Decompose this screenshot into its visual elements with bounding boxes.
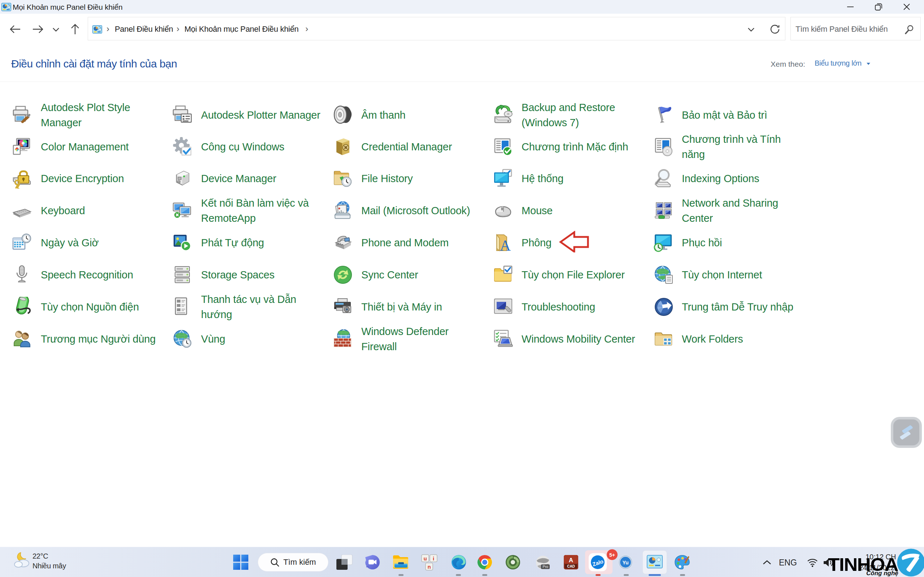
svg-text:n: n — [427, 564, 431, 570]
svg-text:i: i — [433, 555, 434, 561]
svg-text:A: A — [500, 237, 511, 253]
svg-text:CAD: CAD — [567, 564, 575, 568]
svg-text:u: u — [423, 555, 426, 561]
svg-text:5+: 5+ — [609, 552, 615, 558]
svg-text:Yu: Yu — [622, 560, 628, 566]
svg-text:Pro: Pro — [543, 565, 548, 569]
svg-text:A: A — [569, 557, 573, 564]
